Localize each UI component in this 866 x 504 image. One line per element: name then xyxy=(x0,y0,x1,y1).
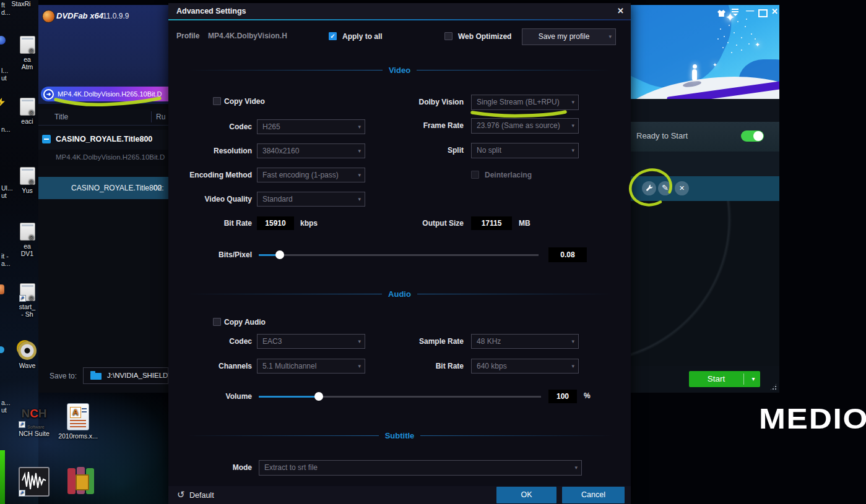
slider-track[interactable] xyxy=(259,254,539,256)
slider-fill xyxy=(259,396,319,398)
desktop-icon-2010roms[interactable]: A 2010roms.x... xyxy=(59,403,97,440)
channels-select[interactable]: 5.1 Multichannel▾ xyxy=(257,359,365,374)
desktop-icon-nch-suite[interactable]: NCH Software ↗ NCH Suite xyxy=(16,406,52,437)
video-quality-select[interactable]: Standard▾ xyxy=(257,192,365,207)
save-my-profile-button[interactable]: Save my profile ▾ xyxy=(522,28,616,45)
chevron-down-icon: ▾ xyxy=(358,335,361,348)
maximize-icon[interactable] xyxy=(758,9,768,17)
batch-file-icon: ⚙ xyxy=(20,36,35,54)
titlebar-accent-line xyxy=(168,19,631,20)
desktop-icon-winrar[interactable] xyxy=(65,467,97,495)
chevron-down-icon[interactable]: ▾ xyxy=(747,371,760,387)
audio-section-title: Audio xyxy=(388,289,411,299)
chevron-down-icon: ▾ xyxy=(358,359,361,373)
spacer-band xyxy=(631,99,779,122)
desktop-icon-ea-dv1[interactable]: ⚙ ea DV1 xyxy=(14,223,41,257)
resolution-select[interactable]: 3840x2160▾ xyxy=(257,143,365,158)
video-bitrate-unit: kbps xyxy=(300,219,318,228)
dvdfab-main-window: DVDFab x64 11.0.9.9 ➜ MP4.4K.DolbyVision… xyxy=(38,5,168,393)
volume-slider[interactable] xyxy=(259,392,541,401)
waveform-icon: ↗ xyxy=(19,467,50,497)
sample-rate-select[interactable]: 48 KHz▾ xyxy=(471,334,579,349)
ready-status-text: Ready to Start xyxy=(636,131,688,140)
video-codec-select[interactable]: H265▾ xyxy=(257,119,365,134)
reset-undo-icon[interactable]: ↺ xyxy=(177,489,185,500)
dolby-vision-select[interactable]: Single Stream (BL+RPU)▾ xyxy=(471,95,579,110)
edit-pencil-button[interactable]: ✎ xyxy=(658,181,672,195)
volume-unit: % xyxy=(584,391,591,400)
video-bitrate-input[interactable]: 15910 xyxy=(257,216,294,230)
output-size-input[interactable]: 17115 xyxy=(471,216,512,230)
copy-audio-checkbox[interactable] xyxy=(213,318,221,326)
arrow-right-icon: ➜ xyxy=(43,89,54,100)
document-icon: A xyxy=(67,403,89,430)
close-icon[interactable]: ✕ xyxy=(617,6,624,15)
apply-to-all-label: Apply to all xyxy=(342,32,383,41)
selected-task-actions-row[interactable]: ✎ ✕ xyxy=(631,176,779,201)
subtitle-mode-select[interactable]: Extract to srt file▾ xyxy=(259,460,582,476)
bits-pixel-slider[interactable] xyxy=(259,250,539,259)
start-button[interactable]: Start ▾ xyxy=(689,371,760,387)
artwork-brain-constellation xyxy=(724,36,725,37)
row-runtime: 02: xyxy=(154,184,164,192)
encoding-method-select[interactable]: Fast encoding (1-pass)▾ xyxy=(257,168,365,182)
desktop-icon-staxrip[interactable]: StaxRi xyxy=(6,0,36,7)
cancel-button[interactable]: Cancel xyxy=(562,487,625,503)
sparkle-icon: ✦ xyxy=(755,41,760,49)
web-optimized-checkbox[interactable] xyxy=(444,32,452,40)
desktop-icon-yus[interactable]: ⚙ Yus xyxy=(14,167,41,194)
dialog-titlebar: Advanced Settings ✕ xyxy=(168,3,631,19)
video-section-title: Video xyxy=(389,66,410,75)
save-to-label: Save to: xyxy=(50,372,77,380)
video-section-header: Video xyxy=(168,65,631,75)
chevron-down-icon: ▾ xyxy=(571,143,574,157)
volume-value[interactable]: 100 xyxy=(548,390,577,403)
ok-button[interactable]: OK xyxy=(496,487,556,503)
audio-bitrate-select[interactable]: 640 kbps▾ xyxy=(471,359,579,374)
minimize-icon[interactable]: — xyxy=(746,6,754,15)
copy-video-checkbox[interactable] xyxy=(213,97,221,105)
save-to-path-box[interactable]: J:\NVIDIA_SHIELDW xyxy=(83,367,168,384)
title-group-row[interactable]: CASINO_ROYALE.Title800 xyxy=(38,130,168,150)
bits-pixel-value[interactable]: 0.08 xyxy=(548,247,587,262)
output-size-label: Output Size xyxy=(366,216,464,231)
menu-icon[interactable] xyxy=(732,7,738,16)
batch-file-icon: ⚙ xyxy=(20,98,35,116)
apply-to-all-checkbox[interactable]: ✓ xyxy=(329,32,337,40)
batch-file-icon: ⚙↗ xyxy=(20,283,35,301)
desktop-icon-wavepad[interactable]: ↗ xyxy=(19,467,50,497)
bits-pixel-slider-thumb[interactable] xyxy=(275,250,284,259)
column-title[interactable]: Title xyxy=(54,113,68,121)
desktop-cut-label: it - a... xyxy=(1,252,11,267)
remove-x-button[interactable]: ✕ xyxy=(675,181,689,195)
toggle-knob xyxy=(753,131,763,141)
desktop-icon-ea-atm[interactable]: ⚙ ea Atm xyxy=(14,36,41,70)
column-runtime[interactable]: Ru xyxy=(156,113,165,121)
desktop-icon-stub[interactable] xyxy=(0,284,4,294)
audio-codec-select[interactable]: EAC3▾ xyxy=(257,334,365,349)
resize-grip[interactable] xyxy=(769,383,777,391)
advanced-settings-dialog: Advanced Settings ✕ Profile MP4.4K.Dolby… xyxy=(168,3,631,504)
audio-codec-label: Codec xyxy=(168,334,252,349)
default-button[interactable]: Default xyxy=(189,491,214,500)
chevron-down-icon: ▾ xyxy=(358,144,361,158)
frame-rate-select[interactable]: 23.976 (Same as source)▾ xyxy=(471,118,579,134)
chevron-down-icon: ▾ xyxy=(571,359,574,373)
group-profile-row: MP4.4K.DolbyVision.H265.10Bit.D xyxy=(38,150,168,166)
desktop-icon-start-shortcut[interactable]: ⚙↗ start_ - Sh xyxy=(14,283,41,318)
audio-section-header: Audio xyxy=(168,289,631,299)
bits-pixel-label: Bits/Pixel xyxy=(168,250,252,259)
profile-pill-button[interactable]: ➜ MP4.4K.DolbyVision.H265.10Bit.D xyxy=(41,87,168,101)
group-checkbox-indeterminate[interactable] xyxy=(42,135,51,143)
theme-icon[interactable] xyxy=(717,8,725,19)
enable-toggle[interactable] xyxy=(741,130,764,142)
volume-slider-thumb[interactable] xyxy=(314,392,323,401)
advanced-settings-wrench-button[interactable] xyxy=(642,181,656,195)
split-select[interactable]: No split▾ xyxy=(471,143,579,158)
desktop-icon-wave[interactable]: Wave xyxy=(14,341,41,369)
deinterlacing-checkbox[interactable] xyxy=(471,171,479,179)
selected-title-row[interactable]: CASINO_ROYALE.Title800 02: xyxy=(38,177,168,199)
copy-audio-label: Copy Audio xyxy=(224,318,266,327)
desktop-icon-eaci[interactable]: ⚙ eaci xyxy=(14,98,41,125)
close-icon[interactable]: ✕ xyxy=(771,7,778,16)
